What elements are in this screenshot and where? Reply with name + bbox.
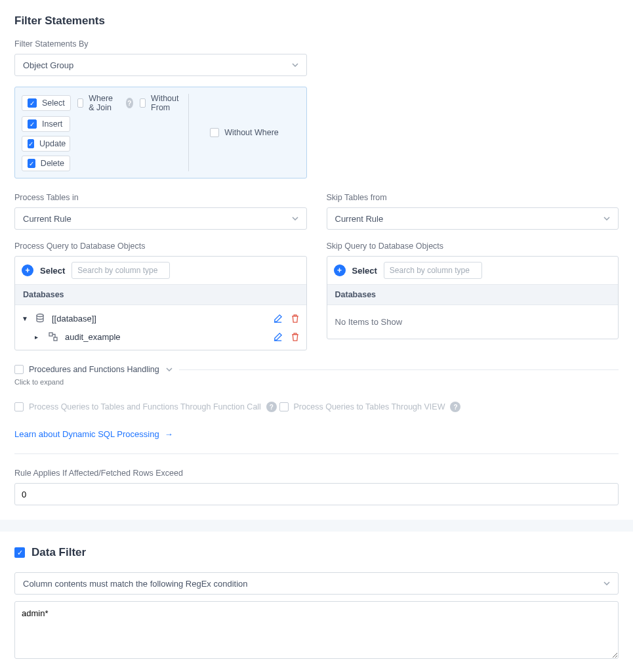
filter-statements-title: Filter Statements xyxy=(14,14,619,28)
arrow-right-icon: → xyxy=(165,429,173,439)
through-view-checkbox: Process Queries to Tables Through VIEW ? xyxy=(279,402,461,412)
skip-query-label: Skip Query to Database Objects xyxy=(327,242,619,251)
caret-right-icon[interactable]: ▸ xyxy=(35,333,41,341)
checkbox-empty-icon xyxy=(210,128,219,137)
checkbox-empty-icon xyxy=(279,402,289,411)
skip-query-select-button[interactable]: Select xyxy=(352,266,377,276)
check-icon: ✓ xyxy=(28,139,34,148)
filter-by-select[interactable]: Object Group xyxy=(14,54,307,76)
add-icon[interactable]: + xyxy=(334,264,346,276)
svg-point-0 xyxy=(37,314,43,317)
statement-types-box: ✓ Select Where & Join ? Without From ✓ I… xyxy=(14,87,307,178)
chevron-down-icon xyxy=(603,581,610,585)
filter-by-label: Filter Statements By xyxy=(14,39,619,49)
process-tables-select[interactable]: Current Rule xyxy=(14,207,307,230)
checkbox-empty-icon xyxy=(140,98,146,108)
rows-exceed-input[interactable] xyxy=(14,483,619,505)
without-from-checkbox[interactable]: Without From xyxy=(140,94,182,112)
database-icon xyxy=(35,313,45,324)
check-icon: ✓ xyxy=(28,159,35,168)
checkbox-empty-icon xyxy=(14,365,24,374)
insert-checkbox[interactable]: ✓ Insert xyxy=(22,116,70,132)
data-filter-checkbox[interactable]: ✓ xyxy=(14,547,25,558)
chevron-down-icon xyxy=(166,368,173,371)
help-icon[interactable]: ? xyxy=(450,402,460,412)
learn-dynamic-sql-link[interactable]: Learn about Dynamic SQL Processing → xyxy=(14,429,173,439)
svg-rect-1 xyxy=(49,333,52,336)
tree-row-schema[interactable]: ▸ audit_example xyxy=(15,327,306,346)
where-join-checkbox[interactable]: Where & Join xyxy=(77,94,119,112)
svg-rect-2 xyxy=(54,337,57,341)
skip-query-search-input[interactable] xyxy=(384,262,482,279)
chevron-down-icon xyxy=(603,217,610,220)
process-query-select-button[interactable]: Select xyxy=(40,266,65,276)
skip-query-empty: No Items to Show xyxy=(327,305,619,339)
tree-item-label: [[database]] xyxy=(52,314,266,324)
procedures-section-toggle[interactable]: Procedures and Functions Handling xyxy=(14,365,619,374)
delete-icon[interactable] xyxy=(291,332,300,342)
process-query-label: Process Query to Database Objects xyxy=(14,242,307,251)
update-checkbox[interactable]: ✓ Update xyxy=(22,136,70,152)
rule-applies-label: Rule Applies If Affected/Fetched Rows Ex… xyxy=(14,469,619,478)
filter-statements-panel: Filter Statements Filter Statements By O… xyxy=(0,0,633,520)
delete-icon[interactable] xyxy=(291,314,300,324)
delete-checkbox[interactable]: ✓ Delete xyxy=(22,156,70,171)
check-icon: ✓ xyxy=(28,119,37,129)
check-icon: ✓ xyxy=(28,98,37,108)
skip-query-header: Databases xyxy=(327,285,619,305)
schema-icon xyxy=(48,331,58,342)
skip-tables-value: Current Rule xyxy=(335,214,384,224)
divider xyxy=(14,453,619,454)
help-icon[interactable]: ? xyxy=(266,402,277,412)
tree-row-database[interactable]: ▼ [[database]] xyxy=(15,309,306,327)
skip-tables-label: Skip Tables from xyxy=(327,193,619,202)
divider-line xyxy=(179,369,619,370)
filter-by-value: Object Group xyxy=(23,60,73,70)
data-filter-title: Data Filter xyxy=(31,546,86,559)
function-call-checkbox: Process Queries to Tables and Functions … xyxy=(14,402,277,412)
help-icon[interactable]: ? xyxy=(126,98,133,108)
select-checkbox[interactable]: ✓ Select xyxy=(22,95,71,111)
data-filter-condition-value: Column contents must match the following… xyxy=(23,579,248,589)
checkbox-empty-icon xyxy=(14,402,24,411)
data-filter-panel: ✓ Data Filter Column contents must match… xyxy=(0,532,633,672)
process-query-header: Databases xyxy=(15,285,306,305)
tree-item-label: audit_example xyxy=(65,332,266,342)
click-to-expand-hint: Click to expand xyxy=(14,378,619,386)
process-tables-value: Current Rule xyxy=(23,214,71,224)
data-filter-condition-select[interactable]: Column contents must match the following… xyxy=(14,572,619,595)
process-query-search-input[interactable] xyxy=(71,262,170,279)
process-tables-label: Process Tables in xyxy=(14,193,307,202)
regex-input[interactable] xyxy=(14,601,619,659)
add-icon[interactable]: + xyxy=(22,264,33,276)
checkbox-empty-icon xyxy=(77,98,83,108)
edit-icon[interactable] xyxy=(273,332,283,342)
skip-tables-select[interactable]: Current Rule xyxy=(327,207,619,230)
skip-query-panel: + Select Databases No Items to Show xyxy=(327,256,619,339)
caret-down-icon[interactable]: ▼ xyxy=(22,315,28,322)
process-query-panel: + Select Databases ▼ [[database]] xyxy=(14,256,307,350)
without-where-checkbox[interactable]: Without Where xyxy=(210,128,279,137)
edit-icon[interactable] xyxy=(273,314,283,324)
chevron-down-icon xyxy=(292,63,298,67)
chevron-down-icon xyxy=(292,217,298,220)
